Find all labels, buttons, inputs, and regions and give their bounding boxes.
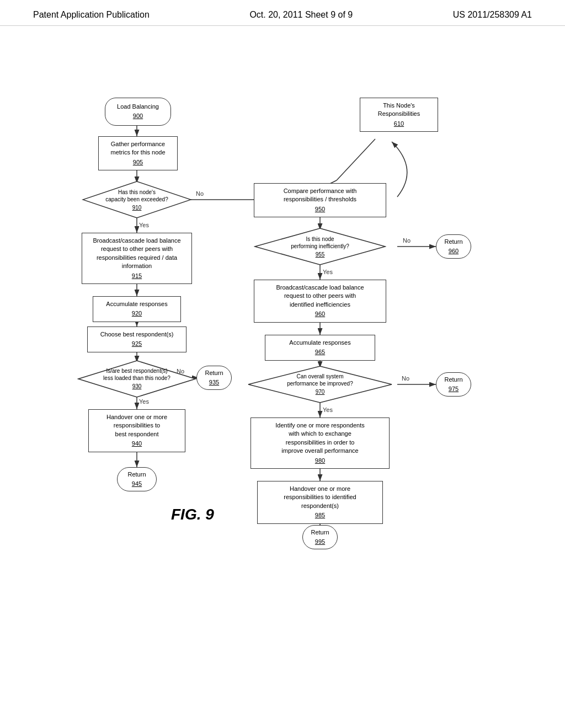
svg-text:Yes: Yes xyxy=(323,269,333,275)
node-975: Return 975 xyxy=(436,372,471,397)
svg-text:less loaded than this node?: less loaded than this node? xyxy=(103,375,170,381)
node-945: Return 945 xyxy=(117,467,157,491)
svg-text:Yes: Yes xyxy=(139,222,149,228)
svg-text:capacity been exceeded?: capacity been exceeded? xyxy=(105,196,168,202)
header-center: Oct. 20, 2011 Sheet 9 of 9 xyxy=(249,10,353,20)
svg-text:performance be improved?: performance be improved? xyxy=(287,381,353,387)
svg-text:No: No xyxy=(402,375,409,382)
fig-label: FIG. 9 xyxy=(171,506,214,523)
svg-text:Yes: Yes xyxy=(323,406,333,413)
node-995: Return 995 xyxy=(302,525,338,549)
svg-text:Yes: Yes xyxy=(139,398,149,405)
svg-text:910: 910 xyxy=(132,205,142,211)
node-960: Broadcast/cascade load balancerequest to… xyxy=(254,280,386,323)
node-970: Can overall system performance be improv… xyxy=(247,365,393,404)
node-965: Accumulate responses 965 xyxy=(265,335,375,361)
svg-text:955: 955 xyxy=(316,251,325,258)
svg-line-16 xyxy=(337,139,375,180)
svg-text:performing inefficiently?: performing inefficiently? xyxy=(291,243,349,249)
svg-text:Can overall system: Can overall system xyxy=(296,373,343,379)
node-940: Handover one or moreresponsibilities tob… xyxy=(88,409,185,452)
diagram: Yes No Yes No Yes No xyxy=(0,26,565,704)
node-930: Is/are best respondent(s) less loaded th… xyxy=(77,360,196,398)
svg-text:Is this node: Is this node xyxy=(306,236,334,242)
page-header: Patent Application Publication Oct. 20, … xyxy=(0,0,565,26)
node-985: Handover one or moreresponsibilities to … xyxy=(257,481,383,524)
node-610: This Node'sResponsibilities 610 xyxy=(360,98,438,132)
svg-text:No: No xyxy=(403,237,411,244)
svg-text:930: 930 xyxy=(132,383,142,389)
node-920: Accumulate responses 920 xyxy=(93,296,181,322)
node-950: Compare performance withresponsibilities… xyxy=(254,183,386,217)
header-left: Patent Application Publication xyxy=(33,10,150,20)
node-905: Gather performancemetrics for this node … xyxy=(98,136,178,170)
svg-text:Is/are best respondent(s): Is/are best respondent(s) xyxy=(106,368,167,374)
node-925: Choose best respondent(s) 925 xyxy=(87,326,186,352)
svg-text:970: 970 xyxy=(316,389,325,395)
node-980: Identify one or more respondentswith whi… xyxy=(250,417,390,469)
node-900: Load Balancing 900 xyxy=(105,98,171,126)
node-960-return: Return 960 xyxy=(436,234,471,259)
node-915: Broadcast/cascade load balancerequest to… xyxy=(82,233,192,284)
node-910: Has this node's capacity been exceeded? … xyxy=(82,180,192,219)
node-955: Is this node performing inefficiently? 9… xyxy=(254,227,386,266)
svg-text:No: No xyxy=(196,190,204,197)
header-right: US 2011/258309 A1 xyxy=(453,10,532,20)
node-935: Return 935 xyxy=(196,366,232,390)
svg-text:Has this node's: Has this node's xyxy=(118,189,156,195)
